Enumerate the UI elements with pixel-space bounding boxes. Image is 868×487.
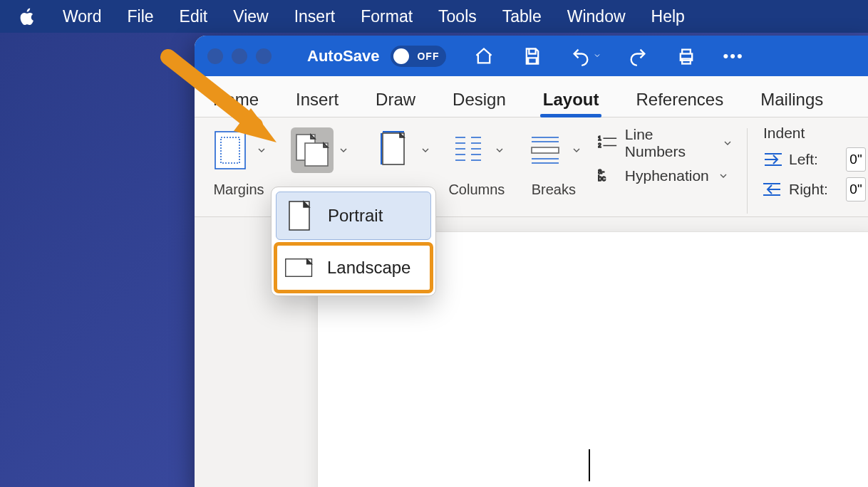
orientation-button[interactable]	[291, 127, 334, 173]
columns-label: Columns	[448, 182, 505, 198]
size-button[interactable]	[373, 127, 415, 173]
svg-text:2: 2	[598, 142, 601, 149]
annotation-arrow-icon	[155, 47, 291, 164]
menubar-view[interactable]: View	[233, 7, 268, 26]
indent-title: Indent	[763, 125, 866, 142]
menubar-edit[interactable]: Edit	[180, 7, 208, 26]
indent-left-icon	[763, 152, 782, 167]
hyphenation-label: Hyphenation	[625, 167, 709, 184]
orientation-item-portrait[interactable]: Portrait	[276, 192, 431, 240]
indent-right-icon	[763, 182, 782, 197]
columns-button[interactable]	[447, 127, 490, 173]
autosave-label: AutoSave	[307, 47, 379, 66]
indent-right-label: Right:	[789, 181, 839, 198]
indent-group: Indent Left: 0" Right: 0"	[753, 125, 866, 207]
menubar-window[interactable]: Window	[567, 7, 626, 26]
chevron-down-icon[interactable]	[336, 143, 351, 157]
line-numbers-icon: 12	[598, 134, 618, 152]
indent-right-value[interactable]: 0"	[846, 177, 866, 201]
breaks-group: Breaks	[515, 125, 592, 198]
word-titlebar: AutoSave OFF •••	[195, 36, 868, 76]
tab-layout[interactable]: Layout	[525, 90, 618, 117]
svg-line-36	[168, 57, 255, 125]
chevron-down-icon	[593, 50, 601, 63]
indent-left-value[interactable]: 0"	[846, 147, 866, 172]
menubar-tools[interactable]: Tools	[438, 7, 477, 26]
chevron-down-icon[interactable]	[418, 143, 433, 157]
orientation-item-label: Landscape	[327, 258, 410, 278]
tab-design[interactable]: Design	[434, 90, 525, 117]
breaks-button[interactable]	[524, 127, 567, 173]
group-divider	[747, 128, 748, 214]
indent-left-label: Left:	[789, 151, 839, 168]
text-cursor-icon	[589, 449, 590, 481]
menubar-insert[interactable]: Insert	[294, 7, 336, 26]
hyphenation-button[interactable]: a-bc Hyphenation	[598, 163, 734, 189]
menubar-app-name[interactable]: Word	[63, 7, 102, 26]
undo-button[interactable]	[569, 46, 601, 66]
menubar-help[interactable]: Help	[651, 7, 685, 26]
toggle-knob-icon	[393, 48, 409, 64]
more-icon[interactable]: •••	[723, 47, 743, 66]
breaks-label: Breaks	[532, 182, 576, 198]
tab-draw[interactable]: Draw	[357, 90, 434, 117]
svg-text:1: 1	[598, 135, 601, 142]
home-icon[interactable]	[472, 46, 496, 66]
chevron-down-icon	[720, 136, 734, 150]
svg-rect-21	[532, 147, 559, 153]
macos-menubar: Word File Edit View Insert Format Tools …	[0, 0, 868, 33]
tab-references[interactable]: References	[617, 90, 742, 117]
indent-left-row: Left: 0"	[763, 147, 866, 172]
line-numbers-button[interactable]: 12 Line Numbers	[598, 130, 734, 156]
orientation-dropdown: Portrait Landscape	[271, 187, 436, 296]
margins-label: Margins	[213, 182, 264, 198]
autosave-toggle[interactable]: OFF	[391, 46, 446, 67]
orientation-item-landscape[interactable]: Landscape	[276, 244, 431, 291]
page-setup-extras: 12 Line Numbers a-bc Hyphenation	[592, 125, 741, 189]
undo-icon	[569, 46, 593, 66]
indent-right-row: Right: 0"	[763, 177, 866, 201]
menubar-format[interactable]: Format	[361, 7, 413, 26]
line-numbers-label: Line Numbers	[625, 126, 713, 160]
columns-group: Columns	[438, 125, 515, 198]
apple-logo-icon[interactable]	[19, 7, 37, 26]
redo-icon[interactable]	[626, 46, 650, 66]
menubar-table[interactable]: Table	[502, 7, 542, 26]
print-icon[interactable]	[674, 46, 698, 66]
ribbon-tabs: Home Insert Draw Design Layout Reference…	[195, 76, 868, 117]
landscape-page-icon	[284, 253, 314, 283]
save-icon[interactable]	[520, 46, 544, 66]
portrait-page-icon	[285, 201, 315, 231]
autosave-state: OFF	[417, 51, 439, 62]
tab-mailings[interactable]: Mailings	[742, 90, 842, 117]
chevron-down-icon[interactable]	[492, 143, 507, 157]
orientation-item-label: Portrait	[328, 206, 383, 226]
hyphenation-icon: a-bc	[598, 167, 618, 185]
chevron-down-icon[interactable]	[569, 143, 584, 157]
menubar-file[interactable]: File	[128, 7, 154, 26]
chevron-down-icon	[716, 169, 730, 183]
svg-text:bc: bc	[598, 174, 606, 182]
